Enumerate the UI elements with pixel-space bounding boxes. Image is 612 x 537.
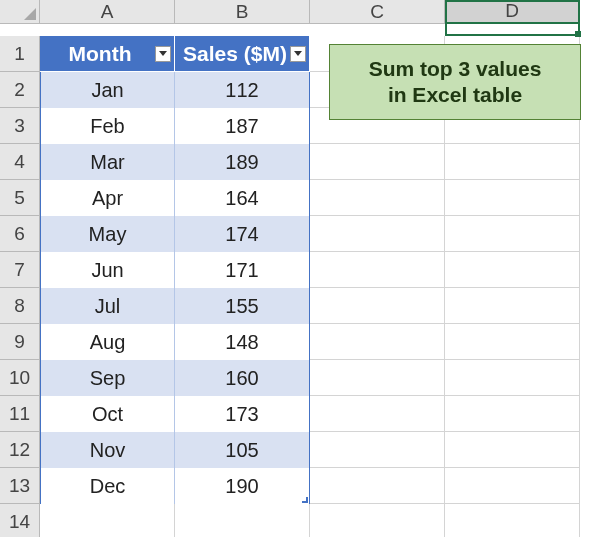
cell-d12[interactable] [445,432,580,468]
annotation-line2: in Excel table [388,83,522,106]
table-row[interactable]: Nov [40,432,175,468]
table-row[interactable]: Mar [40,144,175,180]
cell-d9[interactable] [445,324,580,360]
table-row[interactable]: Dec [40,468,175,504]
table-header-sales-label: Sales ($M) [181,42,303,66]
cell-c5[interactable] [310,180,445,216]
cell-c13[interactable] [310,468,445,504]
row-header-2[interactable]: 2 [0,72,40,108]
cell-c14[interactable] [310,504,445,537]
cell-c8[interactable] [310,288,445,324]
cell-c6[interactable] [310,216,445,252]
table-row[interactable]: 190 [175,468,310,504]
table-row[interactable]: 187 [175,108,310,144]
cell-b14[interactable] [175,504,310,537]
col-header-c[interactable]: C [310,0,445,24]
cell-d5[interactable] [445,180,580,216]
cell-c12[interactable] [310,432,445,468]
table-row[interactable]: 174 [175,216,310,252]
col-header-a[interactable]: A [40,0,175,24]
table-row[interactable]: 148 [175,324,310,360]
cell-c9[interactable] [310,324,445,360]
row-header-13[interactable]: 13 [0,468,40,504]
table-row[interactable]: Jun [40,252,175,288]
row-header-6[interactable]: 6 [0,216,40,252]
cell-c4[interactable] [310,144,445,180]
row-header-4[interactable]: 4 [0,144,40,180]
filter-dropdown-icon[interactable] [290,46,306,62]
col-header-d[interactable]: D [445,0,580,24]
filter-dropdown-icon[interactable] [155,46,171,62]
cell-c10[interactable] [310,360,445,396]
annotation-box: Sum top 3 values in Excel table [329,44,581,120]
table-row[interactable]: 164 [175,180,310,216]
cell-d8[interactable] [445,288,580,324]
table-resize-handle-icon[interactable] [301,496,308,503]
table-row[interactable]: 160 [175,360,310,396]
cell-d13[interactable] [445,468,580,504]
table-row[interactable]: Feb [40,108,175,144]
row-header-5[interactable]: 5 [0,180,40,216]
row-header-12[interactable]: 12 [0,432,40,468]
cell-d10[interactable] [445,360,580,396]
row-header-11[interactable]: 11 [0,396,40,432]
row-header-9[interactable]: 9 [0,324,40,360]
cell-value: 190 [225,475,258,498]
table-row[interactable]: 189 [175,144,310,180]
cell-d7[interactable] [445,252,580,288]
table-row[interactable]: May [40,216,175,252]
cell-d14[interactable] [445,504,580,537]
cell-c11[interactable] [310,396,445,432]
table-row[interactable]: Oct [40,396,175,432]
cell-a14[interactable] [40,504,175,537]
row-header-1[interactable]: 1 [0,36,40,72]
table-header-month[interactable]: Month [40,36,175,72]
table-row[interactable]: Apr [40,180,175,216]
table-row[interactable]: Jul [40,288,175,324]
table-row[interactable]: 105 [175,432,310,468]
table-row[interactable]: 171 [175,252,310,288]
row-header-3[interactable]: 3 [0,108,40,144]
table-row[interactable]: 155 [175,288,310,324]
table-row[interactable]: Sep [40,360,175,396]
table-row[interactable]: Jan [40,72,175,108]
table-header-month-label: Month [46,42,168,66]
table-row[interactable]: 112 [175,72,310,108]
col-header-b[interactable]: B [175,0,310,24]
cell-d6[interactable] [445,216,580,252]
cell-d4[interactable] [445,144,580,180]
row-header-8[interactable]: 8 [0,288,40,324]
table-header-sales[interactable]: Sales ($M) [175,36,310,72]
row-header-10[interactable]: 10 [0,360,40,396]
cell-c7[interactable] [310,252,445,288]
select-all-corner[interactable] [0,0,40,24]
annotation-line1: Sum top 3 values [369,57,542,80]
row-header-14[interactable]: 14 [0,504,40,537]
cell-d11[interactable] [445,396,580,432]
table-row[interactable]: 173 [175,396,310,432]
table-row[interactable]: Aug [40,324,175,360]
row-header-7[interactable]: 7 [0,252,40,288]
